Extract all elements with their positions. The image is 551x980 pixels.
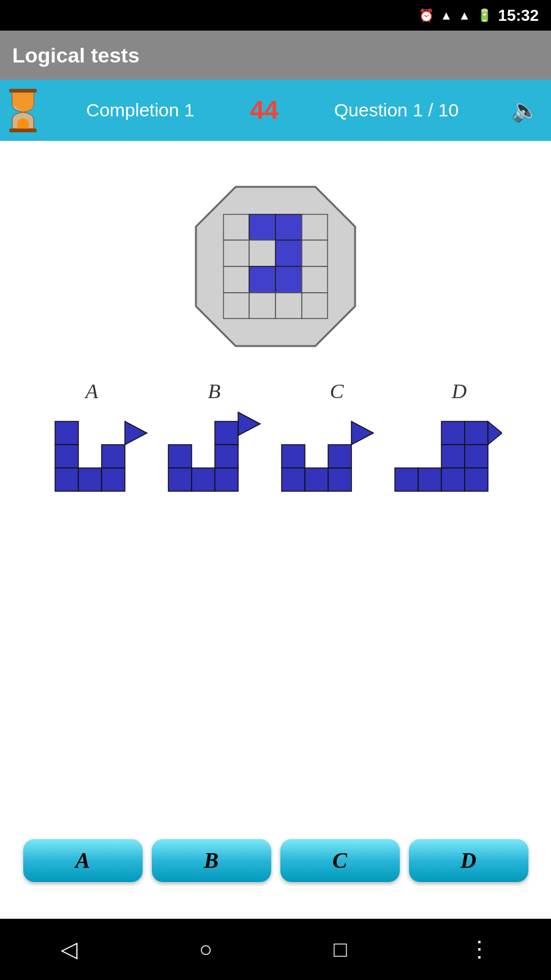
svg-rect-16 bbox=[223, 293, 249, 318]
svg-rect-32 bbox=[215, 421, 238, 445]
svg-marker-40 bbox=[351, 421, 373, 445]
completion-label: Completion 1 bbox=[86, 100, 195, 121]
svg-rect-45 bbox=[465, 445, 488, 468]
option-a-item bbox=[49, 409, 162, 504]
svg-rect-42 bbox=[465, 421, 488, 445]
svg-rect-11 bbox=[302, 240, 328, 266]
svg-rect-7 bbox=[302, 214, 328, 240]
svg-rect-47 bbox=[418, 468, 441, 491]
option-label-b: B bbox=[153, 380, 276, 403]
sound-button[interactable]: 🔈 bbox=[505, 94, 545, 126]
svg-rect-44 bbox=[441, 445, 465, 468]
back-icon[interactable]: ◁ bbox=[61, 937, 78, 962]
svg-rect-38 bbox=[328, 468, 351, 491]
option-label-a: A bbox=[31, 380, 153, 403]
status-bar: ⏰ ▲ ▲ 🔋 15:32 bbox=[0, 0, 551, 31]
option-b-svg bbox=[162, 409, 276, 504]
home-icon[interactable]: ○ bbox=[199, 937, 212, 962]
wifi-icon: ▲ bbox=[440, 9, 452, 23]
svg-rect-18 bbox=[276, 293, 302, 318]
options-images bbox=[43, 409, 508, 504]
answer-btn-c[interactable]: C bbox=[280, 839, 400, 882]
svg-rect-30 bbox=[192, 468, 215, 491]
signal-icon: ▲ bbox=[459, 9, 471, 23]
svg-rect-1 bbox=[9, 129, 37, 132]
svg-rect-15 bbox=[302, 266, 328, 293]
recents-icon[interactable]: □ bbox=[334, 937, 347, 962]
svg-marker-27 bbox=[125, 421, 147, 445]
svg-rect-9 bbox=[249, 240, 276, 266]
svg-rect-22 bbox=[55, 445, 78, 468]
svg-rect-21 bbox=[55, 421, 78, 445]
svg-marker-43 bbox=[488, 421, 502, 445]
svg-rect-4 bbox=[223, 214, 249, 240]
answer-btn-a[interactable]: A bbox=[23, 839, 143, 882]
svg-rect-37 bbox=[305, 468, 328, 491]
svg-rect-35 bbox=[282, 445, 305, 468]
app-title-bar: Logical tests bbox=[0, 31, 551, 80]
svg-rect-25 bbox=[102, 468, 125, 491]
option-d-item bbox=[389, 409, 502, 504]
svg-rect-19 bbox=[302, 293, 328, 318]
option-c-svg bbox=[276, 409, 389, 504]
svg-rect-26 bbox=[102, 445, 125, 468]
svg-marker-34 bbox=[238, 412, 260, 435]
svg-rect-6 bbox=[276, 214, 302, 240]
puzzle-svg bbox=[187, 178, 364, 355]
svg-rect-13 bbox=[249, 266, 276, 293]
svg-rect-33 bbox=[215, 445, 238, 468]
timer-badge: 44 bbox=[241, 96, 288, 125]
toolbar-left bbox=[6, 88, 40, 134]
svg-rect-49 bbox=[465, 468, 488, 491]
svg-rect-17 bbox=[249, 293, 276, 318]
svg-rect-0 bbox=[9, 89, 37, 92]
answer-btn-b[interactable]: B bbox=[152, 839, 271, 882]
svg-rect-14 bbox=[276, 266, 302, 293]
svg-rect-36 bbox=[282, 468, 305, 491]
alarm-icon: ⏰ bbox=[419, 8, 434, 23]
svg-rect-39 bbox=[328, 445, 351, 468]
battery-icon: 🔋 bbox=[477, 8, 492, 23]
option-b-item bbox=[162, 409, 276, 504]
main-content: A B C D bbox=[0, 141, 551, 919]
svg-rect-28 bbox=[168, 445, 192, 468]
app-title: Logical tests bbox=[12, 43, 140, 67]
svg-rect-41 bbox=[441, 421, 465, 445]
toolbar: Completion 1 44 Question 1 / 10 🔈 bbox=[0, 80, 551, 141]
option-label-d: D bbox=[398, 380, 520, 403]
answer-btn-d[interactable]: D bbox=[409, 839, 528, 882]
answer-buttons: A B C D bbox=[0, 839, 551, 882]
svg-rect-12 bbox=[223, 266, 249, 293]
nav-bar: ◁ ○ □ ⋮ bbox=[0, 919, 551, 980]
option-a-svg bbox=[49, 409, 162, 504]
option-c-item bbox=[276, 409, 389, 504]
puzzle-area bbox=[187, 178, 364, 355]
svg-rect-8 bbox=[223, 240, 249, 266]
option-d-svg bbox=[389, 409, 502, 504]
svg-rect-48 bbox=[441, 468, 465, 491]
svg-rect-24 bbox=[78, 468, 102, 491]
option-label-c: C bbox=[276, 380, 398, 403]
more-icon[interactable]: ⋮ bbox=[468, 937, 490, 962]
status-time: 15:32 bbox=[498, 6, 539, 25]
svg-rect-10 bbox=[276, 240, 302, 266]
svg-rect-31 bbox=[215, 468, 238, 491]
svg-rect-5 bbox=[249, 214, 276, 240]
svg-rect-29 bbox=[168, 468, 192, 491]
svg-rect-46 bbox=[395, 468, 418, 491]
question-label: Question 1 / 10 bbox=[334, 100, 459, 121]
svg-rect-23 bbox=[55, 468, 78, 491]
options-labels: A B C D bbox=[12, 380, 539, 403]
status-icons: ⏰ ▲ ▲ 🔋 15:32 bbox=[419, 6, 539, 25]
hourglass-icon bbox=[6, 88, 40, 134]
